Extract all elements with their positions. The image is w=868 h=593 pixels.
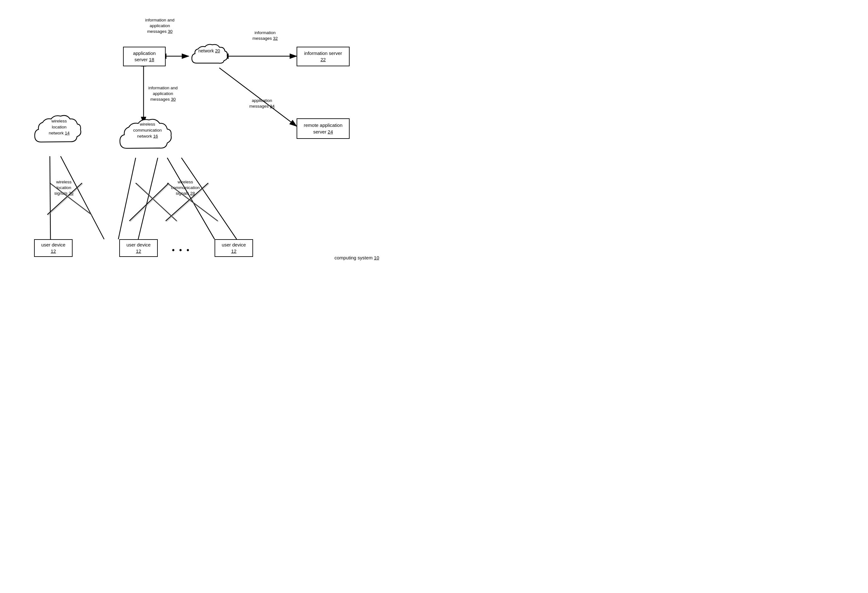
app-messages-34-label: applicationmessages 34: [249, 98, 275, 109]
svg-line-16: [129, 183, 169, 221]
svg-line-8: [61, 156, 104, 239]
computing-system-label: computing system 10: [334, 255, 379, 260]
info-app-messages-top-label: information andapplicationmessages 30: [145, 17, 174, 35]
user-device-1-box: user device12: [34, 239, 72, 257]
wireless-location-network-label: wirelesslocationnetwork 14: [31, 118, 87, 136]
user-device-1-label: user device12: [41, 242, 66, 255]
svg-line-6: [219, 68, 297, 126]
network-cloud-shape: [189, 41, 230, 70]
wireless-location-network-node: wirelesslocationnetwork 14: [31, 112, 87, 150]
svg-line-15: [136, 183, 177, 221]
svg-line-11: [118, 158, 136, 239]
wireless-communication-signals-label: wirelesscommunicationsignals 28: [171, 179, 200, 197]
application-server-box: applicationserver 18: [123, 47, 166, 66]
svg-line-12: [138, 158, 158, 239]
wireless-location-signals-label: wirelesslocationsignals 26: [54, 179, 74, 197]
user-device-3-box: user device12: [214, 239, 253, 257]
user-device-3-label: user device12: [222, 242, 246, 255]
info-app-messages-mid-label: information andapplicationmessages 30: [148, 85, 178, 102]
ellipsis: • • •: [172, 245, 190, 254]
svg-line-7: [50, 156, 50, 239]
user-device-2-label: user device12: [127, 242, 151, 255]
remote-application-server-box: remote applicationserver 24: [297, 118, 350, 139]
network-label: network 20: [189, 48, 230, 54]
svg-line-20: [130, 184, 170, 222]
application-server-label: applicationserver 18: [133, 50, 156, 63]
wireless-communication-network-node: wirelesscommunicationnetwork 16: [117, 115, 178, 156]
remote-application-server-label: remote applicationserver 24: [304, 122, 342, 135]
wireless-communication-network-label: wirelesscommunicationnetwork 16: [117, 121, 178, 139]
user-device-2-box: user device12: [119, 239, 158, 257]
network-node: network 20: [189, 41, 230, 70]
diagram: network 20 applicationserver 18 informat…: [0, 0, 434, 297]
svg-line-14: [182, 158, 237, 239]
info-messages-32-label: informationmessages 32: [252, 30, 278, 41]
svg-line-13: [167, 158, 214, 239]
information-server-box: information server22: [297, 47, 350, 66]
network-number: 20: [215, 48, 220, 53]
information-server-label: information server22: [304, 50, 342, 63]
